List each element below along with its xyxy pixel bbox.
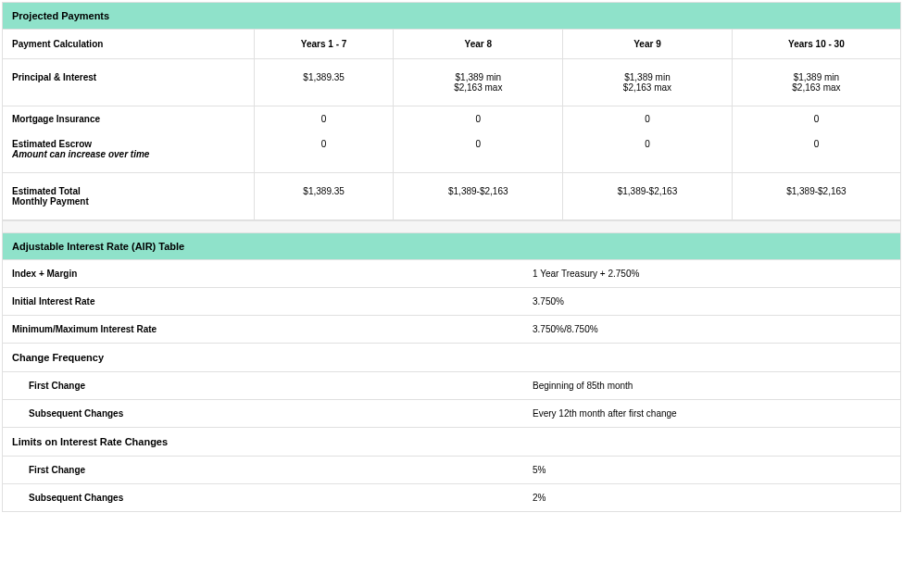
air-table: Index + Margin 1 Year Treasury + 2.750% … bbox=[3, 260, 900, 511]
row-value: 1 Year Treasury + 2.750% bbox=[523, 260, 900, 288]
row-value: 3.750% bbox=[523, 288, 900, 316]
mi-y4: 0 bbox=[732, 106, 900, 132]
escrow-y4: 0 bbox=[732, 131, 900, 173]
col-year-9: Year 9 bbox=[563, 30, 733, 59]
row-label: Index + Margin bbox=[3, 260, 523, 288]
projected-payments-header: Projected Payments bbox=[3, 3, 900, 30]
row-label: Initial Interest Rate bbox=[3, 288, 523, 316]
col-years-10-30: Years 10 - 30 bbox=[732, 30, 900, 59]
principal-interest-row: Principal & Interest $1,389.35 $1,389 mi… bbox=[3, 59, 900, 106]
col-payment-calculation: Payment Calculation bbox=[3, 30, 254, 59]
mi-y1: 0 bbox=[254, 106, 394, 132]
row-value: Beginning of 85th month bbox=[523, 372, 900, 400]
pi-y4: $1,389 min $2,163 max bbox=[732, 59, 900, 106]
row-label: Subsequent Changes bbox=[3, 484, 523, 512]
mi-y2: 0 bbox=[394, 106, 563, 132]
row-label: Mortgage Insurance bbox=[3, 106, 254, 132]
total-y1: $1,389.35 bbox=[254, 173, 394, 220]
section-gap bbox=[3, 220, 900, 233]
row-value: Every 12th month after first change bbox=[523, 400, 900, 428]
projected-payments-table: Payment Calculation Years 1 - 7 Year 8 Y… bbox=[3, 30, 900, 220]
row-label: First Change bbox=[3, 372, 523, 400]
col-year-8: Year 8 bbox=[394, 30, 563, 59]
row-label: First Change bbox=[3, 457, 523, 484]
row-label: Principal & Interest bbox=[3, 59, 254, 106]
row-value: 5% bbox=[523, 457, 900, 484]
initial-rate-row: Initial Interest Rate 3.750% bbox=[3, 288, 900, 316]
subsequent-change-freq-row: Subsequent Changes Every 12th month afte… bbox=[3, 400, 900, 428]
subsequent-change-limit-row: Subsequent Changes 2% bbox=[3, 484, 900, 512]
col-years-1-7: Years 1 - 7 bbox=[254, 30, 394, 59]
estimated-escrow-row: Estimated Escrow Amount can increase ove… bbox=[3, 131, 900, 173]
row-label: Subsequent Changes bbox=[3, 400, 523, 428]
row-label: Estimated Escrow Amount can increase ove… bbox=[3, 131, 254, 173]
min-max-rate-row: Minimum/Maximum Interest Rate 3.750%/8.7… bbox=[3, 316, 900, 344]
mortgage-insurance-row: Mortgage Insurance 0 0 0 0 bbox=[3, 106, 900, 132]
first-change-freq-row: First Change Beginning of 85th month bbox=[3, 372, 900, 400]
estimated-total-row: Estimated Total Monthly Payment $1,389.3… bbox=[3, 173, 900, 220]
index-margin-row: Index + Margin 1 Year Treasury + 2.750% bbox=[3, 260, 900, 288]
first-change-limit-row: First Change 5% bbox=[3, 457, 900, 484]
escrow-y1: 0 bbox=[254, 131, 394, 173]
escrow-y3: 0 bbox=[563, 131, 733, 173]
row-value: 2% bbox=[523, 484, 900, 512]
total-y2: $1,389-$2,163 bbox=[394, 173, 563, 220]
row-value: 3.750%/8.750% bbox=[523, 316, 900, 344]
pi-y3: $1,389 min $2,163 max bbox=[563, 59, 733, 106]
total-y3: $1,389-$2,163 bbox=[563, 173, 733, 220]
total-y4: $1,389-$2,163 bbox=[732, 173, 900, 220]
mi-y3: 0 bbox=[563, 106, 733, 132]
payments-header-row: Payment Calculation Years 1 - 7 Year 8 Y… bbox=[3, 30, 900, 59]
escrow-note: Amount can increase over time bbox=[12, 149, 245, 159]
pi-y1: $1,389.35 bbox=[254, 59, 394, 106]
air-table-header: Adjustable Interest Rate (AIR) Table bbox=[3, 233, 900, 260]
escrow-y2: 0 bbox=[394, 131, 563, 173]
pi-y2: $1,389 min $2,163 max bbox=[394, 59, 563, 106]
row-label: Minimum/Maximum Interest Rate bbox=[3, 316, 523, 344]
row-label: Estimated Total Monthly Payment bbox=[3, 173, 254, 220]
change-frequency-heading: Change Frequency bbox=[3, 344, 900, 372]
limits-heading: Limits on Interest Rate Changes bbox=[3, 428, 900, 457]
